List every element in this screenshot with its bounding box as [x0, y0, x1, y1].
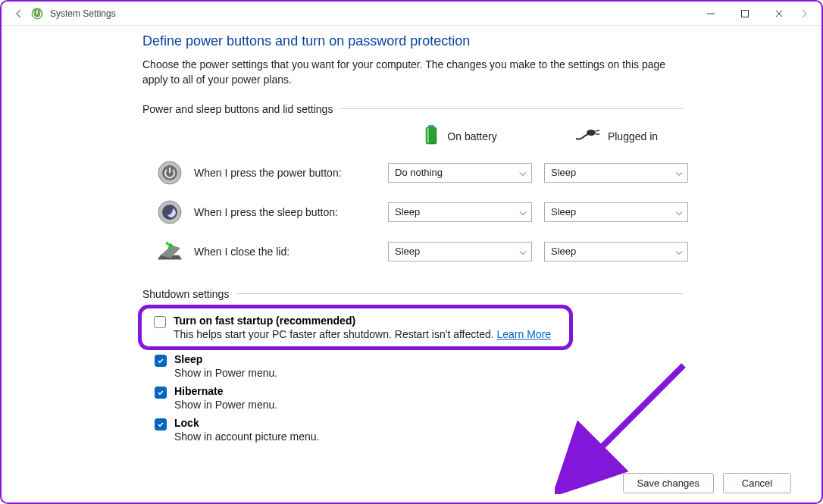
- battery-icon: [423, 124, 440, 149]
- button-bar: Save changes Cancel: [623, 473, 791, 493]
- power-button-icon: [156, 159, 183, 186]
- titlebar: System Settings: [2, 2, 821, 26]
- select-lid-battery[interactable]: Sleep: [388, 242, 532, 261]
- column-header-plugged-text: Plugged in: [608, 130, 658, 142]
- chevron-down-icon: [519, 167, 527, 178]
- select-sleep-battery[interactable]: Sleep: [388, 202, 532, 222]
- maximize-button[interactable]: [728, 2, 762, 25]
- page-title: Define power buttons and turn on passwor…: [142, 33, 791, 49]
- row-power-button-label: When I press the power button:: [194, 167, 342, 179]
- shutdown-section-header-text: Shutdown settings: [142, 288, 229, 300]
- hibernate-title: Hibernate: [174, 385, 277, 397]
- select-lid-plugged[interactable]: Sleep: [544, 242, 688, 261]
- row-close-lid-label: When I close the lid:: [194, 246, 289, 258]
- checkbox-fast-startup[interactable]: [154, 316, 166, 328]
- chevron-down-icon: [519, 246, 527, 257]
- chevron-down-icon: [675, 167, 683, 178]
- select-sleep-plugged-value: Sleep: [551, 206, 576, 218]
- select-power-plugged-value: Sleep: [551, 167, 576, 178]
- chevron-down-icon: [675, 206, 683, 218]
- select-power-battery[interactable]: Do nothing: [388, 163, 532, 183]
- checkbox-lock[interactable]: [155, 418, 167, 430]
- svg-rect-5: [427, 128, 429, 143]
- svg-rect-2: [741, 10, 748, 17]
- lock-desc: Show in account picture menu.: [174, 430, 319, 443]
- fast-startup-title: Turn on fast startup (recommended): [174, 315, 551, 327]
- hibernate-desc: Show in Power menu.: [174, 399, 277, 411]
- plug-icon: [574, 128, 600, 144]
- power-section-header: Power and sleep buttons and lid settings: [142, 103, 683, 115]
- select-power-plugged[interactable]: Sleep: [544, 163, 688, 183]
- select-power-battery-value: Do nothing: [395, 167, 443, 178]
- annotation-highlight: Turn on fast startup (recommended) This …: [138, 305, 573, 350]
- fast-startup-desc: This helps start your PC faster after sh…: [174, 328, 551, 340]
- column-header-plugged: Plugged in: [544, 120, 688, 153]
- app-icon: [30, 7, 44, 20]
- shutdown-item-fast-startup: Turn on fast startup (recommended) This …: [154, 315, 562, 340]
- checkbox-sleep[interactable]: [155, 355, 167, 367]
- page-description: Choose the power settings that you want …: [142, 57, 688, 88]
- shutdown-item-lock: Lock Show in account picture menu.: [155, 417, 791, 443]
- svg-line-7: [596, 130, 599, 131]
- select-sleep-battery-value: Sleep: [395, 206, 420, 218]
- select-sleep-plugged[interactable]: Sleep: [544, 202, 688, 222]
- svg-point-6: [587, 130, 596, 136]
- row-sleep-button: When I press the sleep button:: [156, 193, 376, 232]
- nav-back-button[interactable]: [8, 8, 30, 19]
- column-header-battery: On battery: [388, 120, 532, 153]
- close-button[interactable]: [762, 2, 796, 25]
- learn-more-link[interactable]: Learn More: [497, 328, 552, 340]
- row-close-lid: When I close the lid:: [156, 232, 376, 271]
- content-area: Define power buttons and turn on passwor…: [2, 26, 821, 443]
- shutdown-section-header: Shutdown settings: [142, 288, 683, 300]
- power-settings-grid: On battery Plugged in: [156, 120, 791, 271]
- sleep-button-icon: [156, 199, 183, 226]
- column-header-battery-text: On battery: [447, 130, 496, 142]
- lock-title: Lock: [174, 417, 319, 429]
- minimize-button[interactable]: [693, 2, 728, 25]
- power-section-header-text: Power and sleep buttons and lid settings: [142, 103, 333, 115]
- lid-icon: [156, 238, 183, 265]
- shutdown-item-hibernate: Hibernate Show in Power menu.: [155, 385, 791, 411]
- chevron-down-icon: [675, 246, 683, 257]
- row-power-button: When I press the power button:: [156, 153, 376, 193]
- svg-rect-3: [428, 125, 434, 127]
- cancel-button[interactable]: Cancel: [723, 473, 791, 493]
- select-lid-plugged-value: Sleep: [551, 246, 576, 257]
- window-title: System Settings: [50, 8, 116, 19]
- save-changes-button[interactable]: Save changes: [623, 473, 714, 493]
- select-lid-battery-value: Sleep: [395, 246, 420, 257]
- sleep-title: Sleep: [174, 353, 277, 365]
- nav-forward-button[interactable]: [793, 8, 815, 19]
- row-sleep-button-label: When I press the sleep button:: [194, 206, 338, 218]
- checkbox-hibernate[interactable]: [155, 387, 167, 399]
- chevron-down-icon: [519, 206, 527, 218]
- sleep-desc: Show in Power menu.: [174, 367, 277, 379]
- shutdown-item-sleep: Sleep Show in Power menu.: [155, 353, 791, 379]
